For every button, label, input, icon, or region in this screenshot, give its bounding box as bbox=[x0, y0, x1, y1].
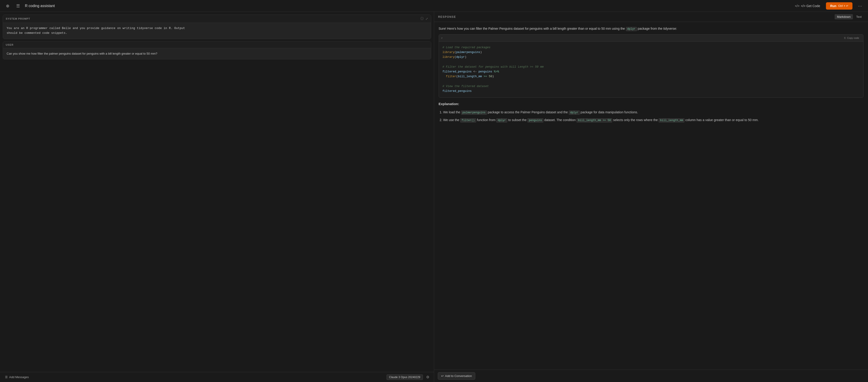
run-label: Run bbox=[830, 4, 836, 8]
code-block-header: r ⎘ Copy code bbox=[439, 34, 863, 41]
add-messages-icon: ☰ bbox=[5, 375, 8, 379]
copy-icon: ⎘ bbox=[844, 37, 846, 39]
code-icon: </> bbox=[795, 4, 799, 8]
code-line-5: filtered_penguins <- penguins %>% bbox=[442, 69, 860, 74]
explanation-item-1: We load the palmerpenguins package to ac… bbox=[443, 110, 864, 115]
user-message-role: USER bbox=[6, 43, 13, 46]
app-title: R coding assistant bbox=[25, 4, 55, 8]
user-message-header: USER bbox=[3, 41, 431, 48]
bottom-bar: ☰ Add Messages Claude 3 Opus 20240229 ⚙ bbox=[0, 372, 434, 382]
code-lang: r bbox=[442, 36, 442, 40]
system-prompt-header: System Prompt ⓘ ⤢ bbox=[3, 15, 431, 23]
topnav: ⊕ ☰ R coding assistant </> </> Get Code … bbox=[0, 0, 868, 12]
code-line-6: filter(bill_length_mm >= 50) bbox=[442, 74, 860, 79]
settings-button[interactable]: ⚙ bbox=[425, 374, 431, 380]
user-message-body: Can you show me how filter the palmer pe… bbox=[3, 48, 431, 59]
add-to-conv-icon: ↩ bbox=[441, 374, 444, 378]
system-prompt-block: System Prompt ⓘ ⤢ You are an R programme… bbox=[3, 14, 431, 39]
add-messages-label: Add Messages bbox=[9, 375, 29, 379]
dplyr-ref-2: dplyr bbox=[496, 118, 507, 123]
code-body: # Load the required packages library(pal… bbox=[439, 41, 863, 98]
sessions-list-button[interactable]: ☰ bbox=[14, 2, 22, 9]
code-line-8: filtered_penguins bbox=[442, 89, 860, 94]
explanation-item-2: We use the filter() function from dplyr … bbox=[443, 118, 864, 123]
dplyr-ref-1: dplyr bbox=[569, 110, 580, 115]
code-block: r ⎘ Copy code # Load the required packag… bbox=[439, 34, 864, 98]
user-message-block: USER Can you show me how filter the palm… bbox=[3, 41, 431, 60]
code-blank-2 bbox=[442, 79, 860, 84]
new-session-button[interactable]: ⊕ bbox=[4, 2, 11, 9]
code-blank-1 bbox=[442, 60, 860, 65]
filter-fn-ref: filter() bbox=[460, 118, 476, 123]
topnav-left: ⊕ ☰ R coding assistant bbox=[4, 2, 55, 9]
response-tabs: Markdown Text bbox=[835, 14, 864, 20]
tab-text[interactable]: Text bbox=[854, 14, 864, 20]
penguins-ref: penguins bbox=[527, 118, 544, 123]
response-label: RESPONSE bbox=[438, 15, 456, 19]
expand-icon[interactable]: ⤢ bbox=[426, 17, 428, 21]
system-prompt-role: System Prompt bbox=[6, 18, 30, 20]
main-layout: System Prompt ⓘ ⤢ You are an R programme… bbox=[0, 12, 868, 382]
copy-code-label: Copy code bbox=[847, 37, 859, 39]
bill-length-ref: bill_length_mm bbox=[659, 118, 684, 123]
add-to-conversation-button[interactable]: ↩ Add to Conversation bbox=[438, 372, 475, 380]
run-button[interactable]: Run Ctrl + ↵ bbox=[826, 2, 852, 9]
copy-code-button[interactable]: ⎘ Copy code bbox=[843, 36, 861, 40]
code-line-7: # View the filtered dataset bbox=[442, 84, 860, 89]
response-header: RESPONSE Markdown Text bbox=[434, 12, 868, 22]
more-options-button[interactable]: ⋯ bbox=[856, 2, 864, 9]
condition-ref: bill_length_mm >= 50 bbox=[577, 118, 612, 123]
right-panel: RESPONSE Markdown Text Sure! Here's how … bbox=[434, 12, 868, 382]
add-messages-button[interactable]: ☰ Add Messages bbox=[3, 375, 31, 380]
tab-markdown[interactable]: Markdown bbox=[835, 14, 853, 20]
response-content: Sure! Here's how you can filter the Palm… bbox=[434, 22, 868, 370]
system-prompt-icons: ⓘ ⤢ bbox=[421, 17, 428, 21]
model-selector: Claude 3 Opus 20240229 ⚙ bbox=[386, 374, 431, 380]
code-line-2: library(palmerpenguins) bbox=[442, 50, 860, 55]
code-line-3: library(dplyr) bbox=[442, 55, 860, 60]
model-label: Claude 3 Opus 20240229 bbox=[386, 375, 423, 380]
add-to-conv-label: Add to Conversation bbox=[445, 374, 472, 378]
dplyr-inline-code: dplyr bbox=[626, 27, 637, 31]
topnav-right: </> </> Get Code Run Ctrl + ↵ ⋯ bbox=[793, 2, 864, 9]
response-intro: Sure! Here's how you can filter the Palm… bbox=[439, 26, 864, 32]
info-icon[interactable]: ⓘ bbox=[421, 17, 424, 21]
code-line-1: # Load the required packages bbox=[442, 45, 860, 50]
left-panel: System Prompt ⓘ ⤢ You are an R programme… bbox=[0, 12, 434, 382]
run-shortcut: Ctrl + ↵ bbox=[838, 4, 848, 7]
messages-area: System Prompt ⓘ ⤢ You are an R programme… bbox=[0, 12, 434, 372]
palmerpenguins-ref: palmerpenguins bbox=[461, 110, 487, 115]
get-code-button[interactable]: </> </> Get Code bbox=[793, 3, 822, 9]
add-to-conversation-bar: ↩ Add to Conversation bbox=[434, 370, 868, 382]
explanation-title: Explanation: bbox=[439, 101, 864, 107]
system-prompt-body: You are an R programmer called Belle and… bbox=[3, 23, 431, 39]
code-line-4: # Filter the dataset for penguins with b… bbox=[442, 65, 860, 69]
explanation-list: We load the palmerpenguins package to ac… bbox=[439, 110, 864, 123]
